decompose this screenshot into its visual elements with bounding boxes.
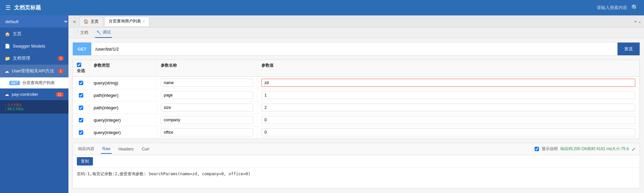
- row-type-2: path(integer): [90, 103, 157, 112]
- sidebar-item-label: Swagger Models: [13, 44, 45, 49]
- table-row: path(integer): [73, 89, 640, 102]
- get-bar: GET 发送: [72, 42, 640, 56]
- row-name-cell-0: [157, 77, 257, 89]
- debug-nav-icon: 🔧: [96, 30, 101, 35]
- tab-collapse-button[interactable]: «: [71, 19, 78, 24]
- row-value-cell-0: [257, 77, 640, 89]
- table-row: query(integer): [73, 126, 640, 138]
- sidebar: default 🏠 主页 📄 Swagger Models 📁 文档管理 3 ☁…: [0, 15, 68, 193]
- response-tab-headers[interactable]: Headers: [117, 145, 135, 153]
- sub-nav: 📄 文档 🔧 调试: [68, 27, 644, 38]
- sidebar-item-docmgr[interactable]: 📁 文档管理 3: [0, 52, 68, 65]
- response-tabs: 响应内容 Raw Headers Curl 显示说明 响应码:200 OK耗时:…: [73, 143, 640, 155]
- row-value-input-3[interactable]: [261, 116, 635, 124]
- sidebar-get-item-userlist[interactable]: GET 分页查询用户列表: [0, 77, 68, 88]
- tab-userlist[interactable]: 分页查询用户列表 ×: [104, 17, 149, 26]
- select-all-label: 全选: [77, 68, 85, 73]
- row-checkbox-2[interactable]: [79, 106, 83, 110]
- table-row: path(integer): [73, 102, 640, 114]
- show-desc-checkbox[interactable]: [535, 147, 539, 151]
- sidebar-item-pay[interactable]: ☁ pay-controller 21: [0, 88, 68, 100]
- row-check-3: [73, 116, 90, 124]
- row-name-input-1[interactable]: [161, 91, 253, 99]
- row-check-4: [73, 128, 90, 137]
- sub-nav-doc[interactable]: 📄 文档: [72, 28, 90, 38]
- tab-close-icon[interactable]: ×: [143, 19, 145, 23]
- show-desc-label: 显示说明: [542, 146, 558, 152]
- response-meta: 显示说明 响应码:200 OK耗时:4161 ms大小:75 b ⤢: [535, 146, 636, 152]
- row-name-input-0[interactable]: [161, 79, 253, 87]
- row-checkbox-4[interactable]: [79, 130, 83, 135]
- api-url-input[interactable]: [91, 47, 617, 52]
- content-area: « 🏠 主页 分页查询用户列表 × » ⌄ 📄 文档 🔧 调试: [68, 15, 644, 193]
- select-all-checkbox[interactable]: [77, 63, 81, 67]
- row-name-cell-2: [157, 102, 257, 114]
- get-method-button[interactable]: GET: [73, 43, 91, 55]
- row-name-cell-1: [157, 89, 257, 101]
- row-checkbox-1[interactable]: [79, 93, 83, 98]
- sub-nav-debug[interactable]: 🔧 调试: [95, 27, 112, 38]
- sidebar-item-swagger[interactable]: 📄 Swagger Models: [0, 40, 68, 52]
- pay-badge: 21: [56, 92, 64, 97]
- doc-nav-icon: 📄: [74, 30, 79, 35]
- pay-icon: ☁: [5, 92, 9, 97]
- response-tab-raw[interactable]: Raw: [101, 144, 112, 154]
- row-name-input-2[interactable]: [161, 104, 253, 112]
- tabs-right-controls: » ⌄: [634, 19, 641, 24]
- top-header: ☰ 文档页标题 请输入搜索内容 🔍: [0, 0, 644, 15]
- sidebar-item-label: 文档管理: [13, 55, 30, 61]
- upload-stat: ↑ 2.4 KB/s: [5, 103, 64, 107]
- docmgr-icon: 📁: [5, 56, 10, 61]
- doc-nav-label: 文档: [80, 30, 88, 36]
- expand-icon[interactable]: ⤢: [632, 146, 636, 152]
- sidebar-select[interactable]: default: [0, 15, 68, 27]
- params-table-header: 全选 参数类型 参数名称 参数值: [73, 60, 640, 77]
- user-api-badge: 1: [58, 69, 64, 73]
- tabs-dropdown-button[interactable]: ⌄: [638, 19, 641, 24]
- row-type-3: query(integer): [90, 116, 157, 125]
- response-status: 响应码:200 OK耗时:4161 ms大小:75 b: [560, 146, 629, 152]
- row-checkbox-0[interactable]: [79, 81, 83, 85]
- home-icon: 🏠: [5, 31, 10, 37]
- row-value-input-1[interactable]: [261, 91, 635, 99]
- sidebar-get-item-label: 分页查询用户列表: [22, 80, 55, 86]
- row-value-input-2[interactable]: [261, 104, 635, 112]
- get-method-badge: GET: [9, 81, 20, 85]
- send-button[interactable]: 发送: [617, 43, 640, 55]
- row-name-cell-4: [157, 126, 257, 138]
- copy-button[interactable]: 复制: [77, 157, 93, 166]
- name-header: 参数名称: [157, 60, 257, 76]
- cloud-icon: ☁: [5, 69, 9, 74]
- tab-label: 分页查询用户列表: [109, 18, 141, 24]
- main-layout: default 🏠 主页 📄 Swagger Models 📁 文档管理 3 ☁…: [0, 15, 644, 193]
- row-value-cell-2: [257, 102, 640, 114]
- sidebar-item-label: User管理相关API方法: [12, 68, 54, 74]
- tabs-expand-button[interactable]: »: [634, 19, 637, 24]
- api-section: GET 发送 全选 参数类型 参数名称 参数值 qu: [68, 38, 644, 193]
- sidebar-item-user-api[interactable]: ☁ User管理相关API方法 1: [0, 65, 68, 77]
- tab-home[interactable]: 🏠 主页: [79, 17, 103, 26]
- select-all-header: 全选: [73, 60, 90, 76]
- row-name-input-3[interactable]: [161, 116, 253, 124]
- sidebar-item-label: pay-controller: [12, 92, 38, 97]
- row-type-1: path(integer): [90, 91, 157, 100]
- response-tab-content[interactable]: 响应内容: [77, 144, 96, 154]
- search-button[interactable]: 🔍: [631, 4, 639, 11]
- response-body: 页码:1,每页记录数:2,接受查询参数: SearchParams(name=z…: [73, 168, 640, 188]
- row-value-input-4[interactable]: [261, 128, 635, 136]
- sidebar-item-home[interactable]: 🏠 主页: [0, 27, 68, 40]
- row-name-input-4[interactable]: [161, 128, 253, 136]
- docmgr-badge: 3: [58, 56, 64, 61]
- row-check-0: [73, 79, 90, 87]
- search-hint: 请输入搜索内容: [597, 5, 627, 11]
- table-row: query(string): [73, 77, 640, 89]
- default-select[interactable]: default: [0, 15, 68, 27]
- row-value-input-0[interactable]: [261, 79, 635, 87]
- params-table: 全选 参数类型 参数名称 参数值 query(string) path(inte: [72, 60, 640, 139]
- row-type-4: query(integer): [90, 128, 157, 137]
- home-tab-label: 主页: [91, 19, 99, 24]
- menu-icon[interactable]: ☰: [5, 4, 11, 11]
- response-section: 响应内容 Raw Headers Curl 显示说明 响应码:200 OK耗时:…: [72, 143, 640, 188]
- row-checkbox-3[interactable]: [79, 118, 83, 122]
- response-tab-curl[interactable]: Curl: [140, 145, 150, 153]
